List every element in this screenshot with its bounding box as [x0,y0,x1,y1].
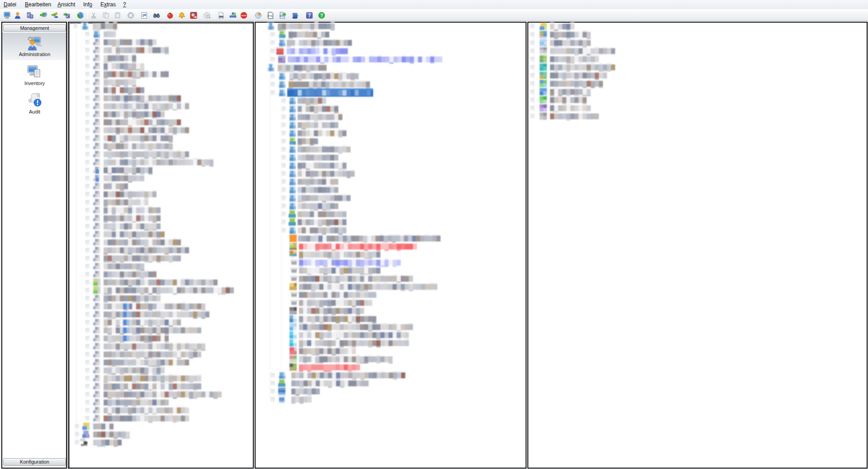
svg-text:?: ? [308,13,311,18]
svg-text:E=1: E=1 [268,14,273,18]
svg-text:?: ? [320,13,323,18]
svg-text:E=1: E=1 [280,15,284,18]
svg-text:?: ? [31,15,33,18]
svg-text:STOP: STOP [241,14,247,17]
